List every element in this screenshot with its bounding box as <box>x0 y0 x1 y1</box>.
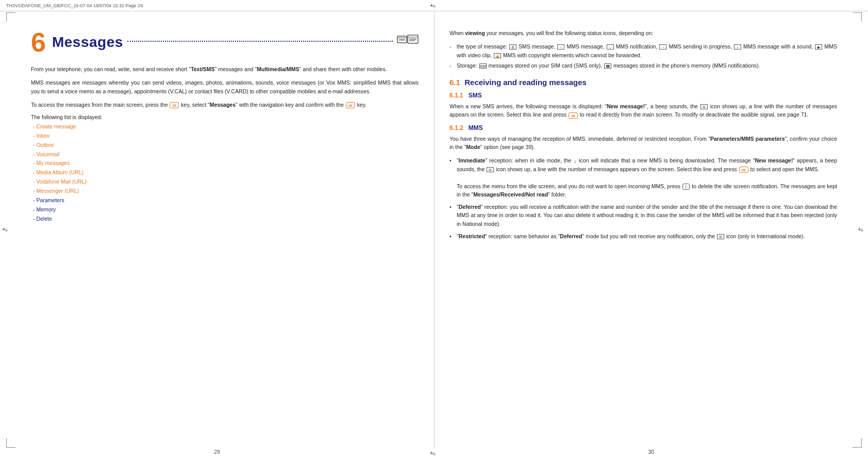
restricted-icon: ✉ <box>717 234 724 239</box>
menu-item-delete: - Delete <box>31 215 419 224</box>
mms-intro-para: You have three ways of managing the rece… <box>449 135 837 152</box>
mms-video-icon: ▶ <box>815 44 822 50</box>
section-6-1-heading: 6.1 Receiving and reading messages <box>449 78 837 87</box>
chapter-heading: 6 Messages <box>31 29 419 56</box>
crosshair-left: + <box>2 226 10 234</box>
dash-item-type: the type of message: ☰ SMS message, ↑ MM… <box>449 42 837 59</box>
menu-item-outbox: - Outbox <box>31 141 419 150</box>
menu-item-memory: - Memory <box>31 205 419 215</box>
mms-sound-icon: ♪ <box>734 44 741 50</box>
subsection-6-1-1-heading: 6.1.1 SMS <box>449 92 837 99</box>
viewing-para: When viewing your messages, you will fin… <box>449 29 837 37</box>
phone-storage-icon: ☎ <box>604 63 611 69</box>
crosshair-bottom: + <box>430 450 438 458</box>
chapter-title: Messages <box>52 34 123 51</box>
sim-storage-icon: SIM <box>479 63 487 69</box>
menu-item-inbox: - Inbox <box>31 132 419 141</box>
mms-up-icon: ↑ <box>557 44 564 50</box>
access-para: To access the messages from the main scr… <box>31 101 419 109</box>
bullet-deferred: "Deferred" reception: you will receive a… <box>449 203 837 228</box>
subsection-6-1-2-heading: 6.1.2 MMS <box>449 124 837 132</box>
messages-icon <box>397 34 419 51</box>
intro-para2: MMS messages are messages whereby you ca… <box>31 78 419 95</box>
section-6-1-title: Receiving and reading messages <box>462 78 587 87</box>
bullet-immediate: "Immediate" reception: when in idle mode… <box>449 156 837 199</box>
menu-item-media-album: - Media Album (URL) <box>31 168 419 177</box>
page-number-right: 30 <box>648 449 654 455</box>
mms-send-icon: → <box>659 44 666 50</box>
menu-list: The following list is displayed: - Creat… <box>31 114 419 223</box>
menu-item-my-messages: - My messages <box>31 159 419 168</box>
subsection-6-1-2-title: MMS <box>465 124 483 132</box>
section-6-1-number: 6.1 <box>449 78 460 87</box>
ok-button-icon: ok <box>170 102 179 108</box>
chapter-number: 6 <box>31 29 46 56</box>
chapter-dots <box>127 41 393 42</box>
page-number-left: 29 <box>214 449 220 455</box>
dash-item-storage: Storage: SIM messages stored on your SIM… <box>449 61 837 70</box>
sms-para: When a new SMS arrives, the following me… <box>449 102 837 119</box>
intro-para1: From your telephone, you can read, write… <box>31 65 419 73</box>
sms-icon: ☰ <box>509 44 516 50</box>
page-right: When viewing your messages, you will fin… <box>434 14 858 446</box>
menu-item-parameters: - Parameters <box>31 196 419 205</box>
menu-item-voicemail: - Voicemail <box>31 150 419 159</box>
menu-list-header: The following list is displayed: <box>31 114 419 120</box>
ok-btn-mms: ok <box>739 167 748 173</box>
subsection-6-1-1-title: SMS <box>465 92 482 99</box>
crosshair-right: + <box>858 226 866 234</box>
mms-notif-icon: ↓ <box>607 44 614 50</box>
bullet-restricted: "Restricted" reception: same behavior as… <box>449 232 837 240</box>
menu-item-create: - Create message <box>31 122 419 132</box>
sms-msg-icon: ✉ <box>700 104 708 109</box>
menu-item-vodafone-mail: - Vodafone Mail (URL) <box>31 177 419 187</box>
c-btn-icon: C <box>682 184 690 190</box>
mms-bullet-list: "Immediate" reception: when in idle mode… <box>449 156 837 240</box>
ok-btn-sms: ok <box>569 112 578 119</box>
subsection-6-1-2-number: 6.1.2 <box>449 124 463 132</box>
svg-rect-4 <box>408 35 418 43</box>
mms-icon-2: ✉ <box>487 167 494 172</box>
crosshair-top: + <box>430 2 438 10</box>
chapter-title-block: Messages <box>52 34 419 51</box>
subsection-6-1-1-number: 6.1.1 <box>449 92 463 99</box>
ok-button-icon2: ok <box>346 102 355 108</box>
page-left: 6 Messages From your tele <box>10 14 434 446</box>
menu-item-messenger: - Messenger (URL) <box>31 187 419 196</box>
dl-arrow-icon: ↓ <box>574 157 576 166</box>
header-text: TH3VODAFONE_UM_GB/FCC_15-07-04 19/07/04 … <box>6 3 143 8</box>
mms-copyright-icon: 🔒 <box>494 53 501 58</box>
